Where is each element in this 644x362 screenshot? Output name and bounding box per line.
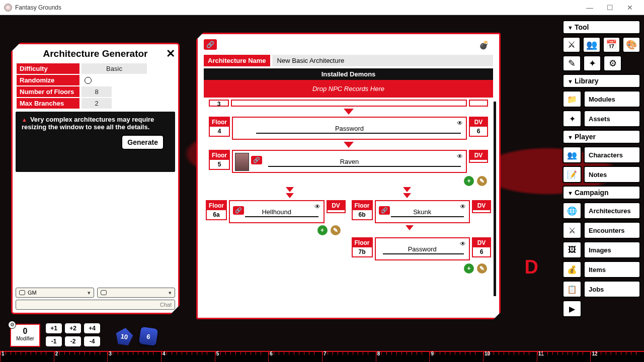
link-icon[interactable]: 🔗 [251, 156, 262, 164]
panel-title: Architecture Generator [16, 47, 175, 62]
mod-minus-1[interactable]: -1 [45, 336, 62, 347]
value-difficulty[interactable]: Basic [82, 63, 147, 74]
eye-icon[interactable]: 👁 [457, 120, 463, 127]
eye-icon[interactable]: 👁 [460, 203, 466, 210]
hotkey-slot[interactable]: 12 [590, 352, 644, 362]
hotkey-slot[interactable]: 2 [54, 352, 108, 362]
sidebar-section-tool[interactable]: Tool [562, 20, 640, 34]
tool-colors-icon[interactable]: 🎨 [622, 37, 640, 53]
arrow-down-icon [406, 225, 414, 230]
die-d10[interactable]: 10 [115, 327, 134, 346]
hotkey-slot[interactable]: 8 [376, 352, 430, 362]
value-branches[interactable]: 2 [82, 98, 112, 109]
dv-badge: DV6 [469, 117, 488, 137]
modifier-box[interactable]: ⚙ 0 Modifier [10, 324, 40, 347]
floor-badge: Floor6b [352, 200, 373, 220]
tool-options-icon[interactable]: ⚙ [603, 55, 622, 71]
mod-plus-2[interactable]: +2 [64, 323, 82, 334]
die-d6[interactable]: 6 [139, 327, 158, 346]
sidebar-item-items[interactable]: 💰Items [562, 261, 640, 278]
value-architecture-name[interactable]: New Basic Architecture [272, 55, 493, 66]
app-title: Fantasy Grounds [15, 4, 580, 11]
floor-node[interactable]: 👁 Password [375, 237, 470, 260]
scrollbar[interactable] [494, 102, 496, 296]
row-floors: Number of Floors 8 [17, 86, 160, 97]
hotkey-slot[interactable]: 5 [215, 352, 269, 362]
sidebar-item-characters[interactable]: 👥Characters [562, 146, 640, 163]
node-label: Skunk [413, 208, 431, 216]
tool-effects-icon[interactable]: ✎ [562, 55, 581, 71]
row-randomize: Randomize [17, 75, 160, 85]
hotkey-slot[interactable]: 4 [161, 352, 215, 362]
mod-plus-4[interactable]: +4 [84, 323, 101, 334]
edit-button[interactable]: ✎ [477, 263, 487, 274]
mod-minus-2[interactable]: -2 [64, 336, 82, 347]
hotkey-slot[interactable]: 3 [107, 352, 161, 362]
link-icon[interactable]: 🔗 [379, 206, 390, 215]
arrow-down-icon [403, 193, 411, 198]
chat-input[interactable] [16, 300, 175, 310]
drop-zone[interactable]: Drop NPC Records Here [204, 80, 493, 98]
sidebar-item-architectures[interactable]: 🌐Architectures [562, 202, 640, 219]
hotkey-slot[interactable]: 6 [268, 352, 322, 362]
chat-speaker-dropdown[interactable]: GM [16, 288, 94, 298]
modifier-label: Modifier [11, 336, 39, 341]
floor-node[interactable]: 🔗 👁 Raven [232, 150, 467, 173]
sidebar-item-assets[interactable]: ✦Assets [562, 110, 640, 127]
npc-portrait[interactable] [235, 153, 249, 171]
eye-icon[interactable]: 👁 [460, 240, 466, 247]
hotkey-slot[interactable]: 11 [537, 352, 591, 362]
floor-badge: Floor7b [352, 237, 373, 257]
floor-node[interactable]: 👁 Password [232, 117, 467, 140]
workspace: D Tool ⚔ 👥 📅 🎨 ✎ ✦ ⚙ Library 📁Modules ✦A… [0, 15, 644, 362]
globe-icon: 🌐 [562, 202, 582, 219]
tool-modifiers-icon[interactable]: ✦ [583, 55, 602, 71]
add-button[interactable]: + [464, 263, 474, 274]
hotkey-slot[interactable]: 7 [322, 352, 376, 362]
add-button[interactable]: + [317, 225, 328, 235]
sidebar-play-button[interactable]: ▶ [562, 300, 582, 317]
gear-icon[interactable]: ⚙ [8, 321, 16, 329]
edit-button[interactable]: ✎ [477, 176, 487, 186]
mod-plus-1[interactable]: +1 [45, 323, 62, 334]
eye-icon[interactable]: 👁 [457, 153, 463, 160]
link-icon[interactable]: 🔗 [233, 206, 244, 215]
sidebar-section-library[interactable]: Library [562, 74, 640, 88]
sidebar-item-notes[interactable]: 📝Notes [562, 166, 640, 183]
sidebar-item-modules[interactable]: 📁Modules [562, 90, 640, 108]
label-randomize: Randomize [17, 75, 79, 85]
node-actions: + ✎ [204, 263, 487, 274]
close-icon[interactable]: ✕ [491, 19, 501, 33]
sidebar-item-jobs[interactable]: 📋Jobs [562, 281, 640, 298]
window-maximize[interactable]: ☐ [600, 4, 620, 12]
eye-icon[interactable]: 👁 [314, 203, 320, 210]
sidebar-item-label: Notes [584, 166, 640, 183]
value-floors[interactable]: 8 [82, 86, 112, 97]
grenade-icon[interactable]: 💣 [479, 40, 489, 50]
floor-node[interactable]: 🔗 👁 Hellhound [229, 200, 325, 223]
hotkey-slot[interactable]: 10 [483, 352, 537, 362]
characters-icon: 👥 [562, 146, 582, 163]
edit-button[interactable]: ✎ [331, 225, 341, 235]
tool-calendar-icon[interactable]: 📅 [603, 37, 621, 53]
close-icon[interactable]: ✕ [166, 47, 175, 60]
sidebar-section-player[interactable]: Player [562, 130, 640, 144]
tool-combat-icon[interactable]: ⚔ [562, 37, 581, 53]
mod-minus-4[interactable]: -4 [84, 336, 101, 347]
add-button[interactable]: + [464, 176, 474, 186]
sidebar-item-images[interactable]: 🖼Images [562, 241, 640, 258]
sidebar-section-campaign[interactable]: Campaign [562, 186, 640, 200]
tool-party-icon[interactable]: 👥 [583, 37, 601, 53]
dv-badge: DV [469, 150, 488, 163]
sidebar-item-label: Jobs [584, 281, 640, 298]
chat-mood-dropdown[interactable] [97, 288, 176, 298]
hotkey-slot[interactable]: 9 [429, 352, 483, 362]
floor-node[interactable]: 🔗 👁 Skunk [375, 200, 470, 223]
sidebar-item-encounters[interactable]: ⚔Encounters [562, 222, 640, 239]
window-close[interactable]: ✕ [620, 4, 640, 12]
hotkey-slot[interactable]: 1 [0, 352, 54, 362]
checkbox-randomize[interactable] [85, 77, 92, 84]
link-icon[interactable]: 🔗 [204, 39, 217, 50]
generate-button[interactable]: Generate [121, 135, 164, 150]
window-minimize[interactable]: — [580, 4, 600, 12]
